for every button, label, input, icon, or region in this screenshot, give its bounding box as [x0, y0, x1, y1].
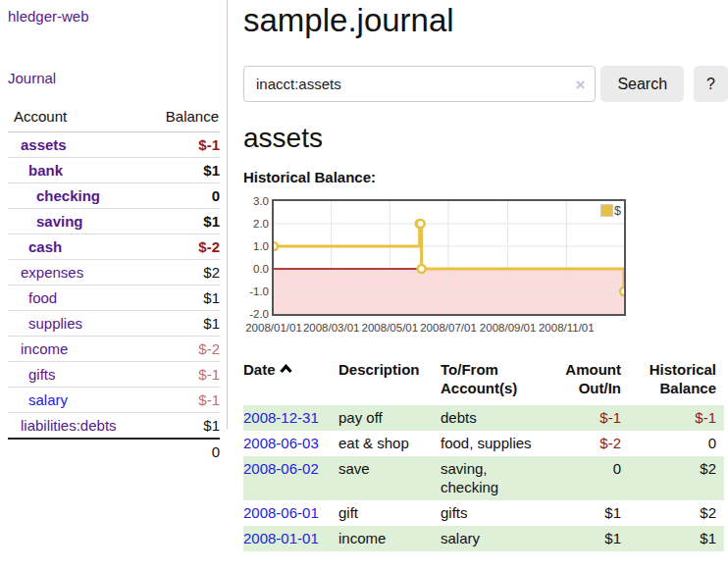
transaction-row[interactable]: 2008-06-02savesaving, checking0$2	[243, 456, 724, 500]
register-header-row: Date Description To/From Account(s) Amou…	[243, 358, 724, 405]
hledger-web-app: hledger-web Journal Account Balance asse…	[0, 0, 728, 551]
account-row: checking0	[8, 183, 220, 209]
chart-title: Historical Balance:	[243, 169, 728, 185]
clear-search-icon[interactable]: ×	[575, 76, 585, 92]
transaction-date-link[interactable]: 2008-06-01	[243, 504, 319, 521]
account-row: saving$1	[8, 209, 220, 234]
brand-link[interactable]: hledger-web	[8, 8, 89, 25]
transaction-amount: $-1	[550, 405, 629, 431]
balance-chart: 3.02.01.00.0-1.0-2.0 $ 2008/01/012008/03…	[243, 199, 728, 344]
register-header-amount: Amount Out/In	[550, 358, 629, 405]
account-link[interactable]: cash	[8, 238, 62, 255]
x-axis-tick-label: 2008/01/01	[245, 322, 302, 334]
transaction-row[interactable]: 2008-06-01giftgifts$1$2	[243, 500, 724, 526]
transaction-description: gift	[338, 500, 441, 526]
transaction-date-link[interactable]: 2008-12-31	[243, 409, 319, 426]
account-row: expenses$2	[8, 260, 220, 286]
legend-label: $	[614, 204, 621, 218]
help-button[interactable]: ?	[694, 66, 728, 102]
accounts-header-balance: Balance	[144, 104, 220, 132]
account-link[interactable]: expenses	[8, 264, 83, 281]
register-header-balance: Historical Balance	[629, 358, 724, 405]
transaction-date-link[interactable]: 2008-06-02	[243, 460, 319, 477]
transaction-description: save	[338, 456, 441, 500]
chart-plot-area[interactable]: $	[272, 199, 626, 316]
account-link[interactable]: checking	[8, 187, 100, 204]
transaction-row[interactable]: 2008-06-03eat & shopfood, supplies$-20	[243, 431, 724, 456]
sort-ascending-icon	[279, 363, 293, 374]
accounts-header-account: Account	[8, 104, 144, 132]
account-row: bank$1	[8, 158, 220, 183]
account-balance: $1	[144, 311, 220, 337]
sidebar-item-journal[interactable]: Journal	[8, 70, 56, 86]
x-axis-tick-label: 2008/03/01	[303, 322, 360, 334]
account-link[interactable]: saving	[8, 213, 83, 230]
account-row: cash$-2	[8, 234, 220, 260]
account-row: income$-2	[8, 337, 220, 362]
account-link[interactable]: assets	[8, 136, 67, 153]
transaction-description: income	[338, 526, 441, 551]
accounts-table: Account Balance assets$-1bank$1checking0…	[8, 104, 220, 464]
account-link[interactable]: gifts	[8, 366, 56, 383]
transaction-description: pay off	[338, 405, 441, 431]
register-header-date[interactable]: Date	[243, 358, 338, 405]
y-axis-tick-label: -2.0	[249, 308, 269, 320]
transaction-balance: $2	[629, 500, 724, 526]
transaction-balance: $2	[629, 456, 724, 500]
y-axis-tick-label: 3.0	[253, 195, 269, 207]
transaction-description: eat & shop	[338, 431, 441, 456]
account-link[interactable]: income	[8, 340, 68, 357]
account-balance: $1	[144, 286, 220, 311]
transaction-accounts: food, supplies	[441, 431, 550, 456]
account-balance: $1	[144, 209, 220, 234]
account-balance: $-1	[144, 388, 220, 413]
account-row: liabilities:debts$1	[8, 413, 220, 440]
account-link[interactable]: supplies	[8, 315, 82, 332]
search-button[interactable]: Search	[600, 66, 684, 102]
account-row: gifts$-1	[8, 362, 220, 388]
search-input-group: ×	[243, 66, 596, 102]
x-axis-tick-label: 2008/07/01	[420, 322, 477, 334]
y-axis-tick-label: -1.0	[249, 286, 269, 297]
transaction-date-link[interactable]: 2008-01-01	[243, 530, 319, 546]
accounts-total-row: 0	[8, 439, 220, 464]
search-input[interactable]	[243, 66, 596, 102]
account-balance: $2	[144, 260, 220, 286]
x-axis-tick-label: 2008/09/01	[480, 322, 537, 334]
transaction-row[interactable]: 2008-12-31pay offdebts$-1$-1	[243, 405, 724, 431]
sidebar-nav: Journal	[8, 70, 227, 86]
account-link[interactable]: bank	[8, 162, 63, 179]
account-row: food$1	[8, 286, 220, 311]
x-axis-tick-label: 2008/11/01	[539, 322, 595, 334]
accounts-total-balance: 0	[144, 439, 220, 464]
transaction-balance: 0	[629, 431, 724, 456]
transaction-balance: $-1	[629, 405, 724, 431]
account-balance: $-2	[144, 337, 220, 362]
chart-y-axis-labels: 3.02.01.00.0-1.0-2.0	[243, 201, 269, 314]
page-title: sample.journal	[243, 2, 728, 39]
account-balance: 0	[144, 183, 220, 209]
transaction-accounts: salary	[441, 526, 550, 551]
transaction-row[interactable]: 2008-01-01incomesalary$1$1	[243, 526, 724, 551]
register-table: Date Description To/From Account(s) Amou…	[243, 358, 724, 551]
chart-x-axis-labels: 2008/01/012008/03/012008/05/012008/07/01…	[274, 322, 705, 337]
legend-swatch-icon	[600, 204, 613, 217]
account-link[interactable]: food	[8, 289, 57, 306]
account-balance: $-1	[144, 132, 220, 158]
y-axis-tick-label: 0.0	[253, 263, 269, 275]
transaction-amount: 0	[550, 456, 629, 500]
register-header-accounts: To/From Account(s)	[441, 358, 550, 405]
y-axis-tick-label: 2.0	[253, 218, 269, 230]
transaction-accounts: debts	[441, 405, 550, 431]
account-link[interactable]: liabilities:debts	[8, 417, 117, 434]
y-axis-tick-label: 1.0	[253, 240, 269, 252]
transaction-amount: $1	[550, 526, 629, 551]
account-link[interactable]: salary	[8, 391, 68, 408]
transaction-date-link[interactable]: 2008-06-03	[243, 435, 319, 451]
account-balance: $1	[144, 413, 220, 440]
search-form: × Search ?	[243, 66, 728, 102]
account-balance: $1	[144, 158, 220, 183]
sidebar: hledger-web Journal Account Balance asse…	[0, 0, 228, 429]
transaction-amount: $-2	[550, 431, 629, 456]
account-row: salary$-1	[8, 388, 220, 413]
